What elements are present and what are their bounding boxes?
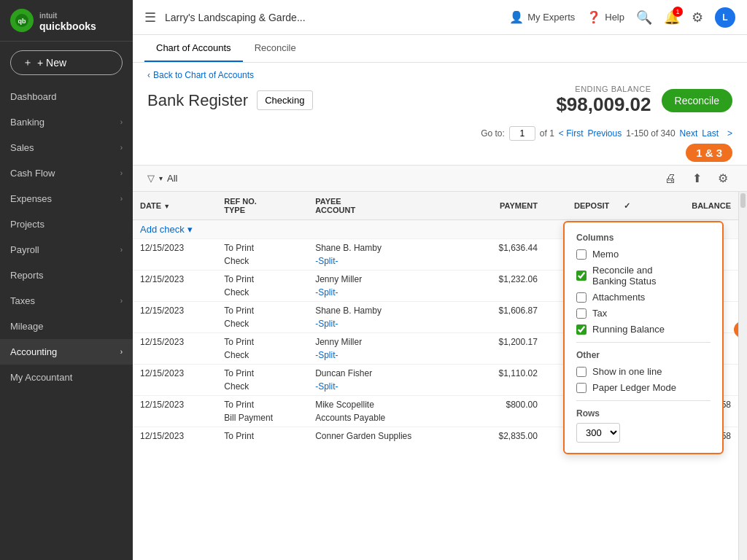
attachments-label: Attachments [592, 292, 645, 303]
cell-account[interactable]: -Split- [308, 317, 468, 333]
cell-ref: To Print [217, 239, 308, 255]
sidebar-item-mileage[interactable]: Mileage [0, 314, 133, 339]
print-button[interactable]: 🖨 [660, 171, 681, 187]
plus-icon: ＋ [23, 56, 33, 69]
cell-date: 12/15/2023 [133, 365, 217, 381]
popup-item-tax[interactable]: Tax [576, 308, 711, 319]
other-title: Other [576, 350, 711, 360]
columns-gear-button[interactable]: ⚙ [713, 170, 732, 187]
sidebar-item-dashboard[interactable]: Dashboard [0, 84, 133, 109]
tax-checkbox[interactable] [576, 308, 587, 319]
cell-date: 12/15/2023 [133, 302, 217, 318]
cell-payment: $1,606.87 [468, 302, 545, 318]
filter-dropdown-arrow[interactable]: ▾ [159, 174, 163, 182]
scrollbar[interactable] [738, 192, 747, 560]
table-wrapper: DATE ▼ REF NO.TYPE PAYEEACCOUNT PAYMENT … [133, 192, 738, 560]
new-button[interactable]: ＋ + New [10, 50, 123, 75]
memo-checkbox[interactable] [576, 249, 587, 260]
sidebar-item-projects[interactable]: Projects [0, 211, 133, 237]
col-payee: PAYEEACCOUNT [308, 192, 468, 220]
popup-item-show-one-line[interactable]: Show in one line [576, 366, 711, 377]
hamburger-icon[interactable]: ☰ [144, 9, 156, 26]
popup-item-paper-ledger[interactable]: Paper Ledger Mode [576, 382, 711, 393]
tab-reconcile[interactable]: Reconcile [243, 35, 308, 62]
account-select-wrapper: Checking [257, 90, 313, 110]
popup-divider-2 [576, 400, 711, 401]
export-button[interactable]: ⬆ [688, 170, 706, 187]
help-button[interactable]: ❓ Help [587, 10, 624, 24]
sidebar-item-sales[interactable]: Sales › [0, 135, 133, 160]
search-icon[interactable]: 🔍 [636, 9, 652, 26]
back-link[interactable]: ‹ Back to Chart of Accounts [147, 70, 732, 80]
popup-item-reconcile[interactable]: Reconcile andBanking Status [576, 265, 711, 287]
tab-chart-of-accounts[interactable]: Chart of Accounts [144, 35, 243, 62]
filter-right: 🖨 ⬆ ⚙ [660, 170, 732, 187]
cell-ref: To Print [217, 365, 308, 381]
page-input[interactable]: 1 [509, 126, 535, 141]
main-content: ☰ Larry's Landscaping & Garde... 👤 My Ex… [133, 0, 747, 560]
cell-date: 12/15/2023 [133, 239, 217, 255]
popup-item-attachments[interactable]: Attachments [576, 292, 711, 303]
sidebar-item-expenses[interactable]: Expenses › [0, 186, 133, 211]
cell-account[interactable]: -Split- [308, 349, 468, 365]
cell-account[interactable]: -Split- [308, 380, 468, 396]
page-title: Bank Register [147, 91, 248, 110]
paper-ledger-checkbox[interactable] [576, 383, 587, 393]
next-page-link[interactable]: Next [680, 128, 698, 139]
sidebar-item-reports[interactable]: Reports [0, 262, 133, 288]
chevron-right-icon: › [120, 348, 123, 356]
show-one-line-checkbox[interactable] [576, 367, 587, 377]
chevron-right-icon: › [120, 246, 123, 254]
more-link[interactable]: > [727, 128, 732, 139]
paper-ledger-label: Paper Ledger Mode [592, 382, 676, 393]
avatar[interactable]: L [715, 7, 735, 28]
rows-select[interactable]: 100 150 300 [576, 423, 620, 443]
page-range: 1-150 of 340 [626, 128, 675, 139]
col-refno: REF NO.TYPE [217, 192, 308, 220]
my-experts-button[interactable]: 👤 My Experts [509, 10, 575, 24]
reconcile-checkbox[interactable] [576, 271, 587, 281]
cell-account[interactable]: -Split- [308, 286, 468, 302]
columns-title: Columns [576, 233, 711, 243]
cell-type: Check [217, 254, 308, 271]
attachments-checkbox[interactable] [576, 292, 587, 303]
chevron-right-icon: › [120, 169, 123, 177]
cell-payment: $1,200.17 [468, 333, 545, 349]
chevron-left-icon: ‹ [147, 70, 150, 80]
prev-page-link[interactable]: Previous [588, 128, 622, 139]
ending-balance-amount: $98,009.02 [556, 93, 651, 116]
cell-ref: To Print [217, 333, 308, 349]
ending-balance-label: ENDING BALANCE [556, 85, 651, 93]
sidebar-item-banking[interactable]: Banking › [0, 109, 133, 135]
reconcile-button[interactable]: Reconcile [662, 89, 732, 112]
first-page-link[interactable]: < First [559, 128, 584, 139]
sidebar-item-payroll[interactable]: Payroll › [0, 237, 133, 262]
settings-icon[interactable]: ⚙ [692, 9, 703, 26]
pagination: Go to: 1 of 1 < First Previous 1-150 of … [133, 123, 747, 144]
notifications-icon[interactable]: 🔔 1 [664, 9, 680, 26]
col-date: DATE ▼ [133, 192, 217, 220]
cell-ref: To Print [217, 271, 308, 287]
cell-date: 12/15/2023 [133, 271, 217, 287]
running-balance-checkbox[interactable] [576, 324, 587, 335]
total-pages: of 1 [540, 128, 554, 139]
filter-icon[interactable]: ▽ [147, 173, 155, 184]
popup-item-memo[interactable]: Memo [576, 249, 711, 260]
tabs-bar: Chart of Accounts Reconcile [133, 35, 747, 63]
running-balance-label: Running Balance [592, 324, 665, 335]
sidebar: qb intuit quickbooks ＋ + New Dashboard B… [0, 0, 133, 560]
sidebar-item-cashflow[interactable]: Cash Flow › [0, 160, 133, 186]
person-icon: 👤 [509, 10, 524, 24]
rows-select-wrapper: 100 150 300 [576, 423, 711, 443]
popup-divider [576, 342, 711, 343]
popup-item-running-balance[interactable]: Running Balance 2 [576, 324, 711, 335]
account-select[interactable]: Checking [257, 90, 313, 110]
last-page-link[interactable]: Last [702, 128, 719, 139]
cell-account[interactable]: -Split- [308, 254, 468, 271]
cell-payee: Duncan Fisher [308, 365, 468, 381]
cell-date: 12/15/2023 [133, 396, 217, 412]
badge-13: 1 & 3 [686, 144, 732, 162]
sidebar-item-myaccountant[interactable]: My Accountant [0, 365, 133, 390]
sidebar-item-taxes[interactable]: Taxes › [0, 288, 133, 314]
sidebar-item-accounting[interactable]: Accounting › [0, 339, 133, 365]
